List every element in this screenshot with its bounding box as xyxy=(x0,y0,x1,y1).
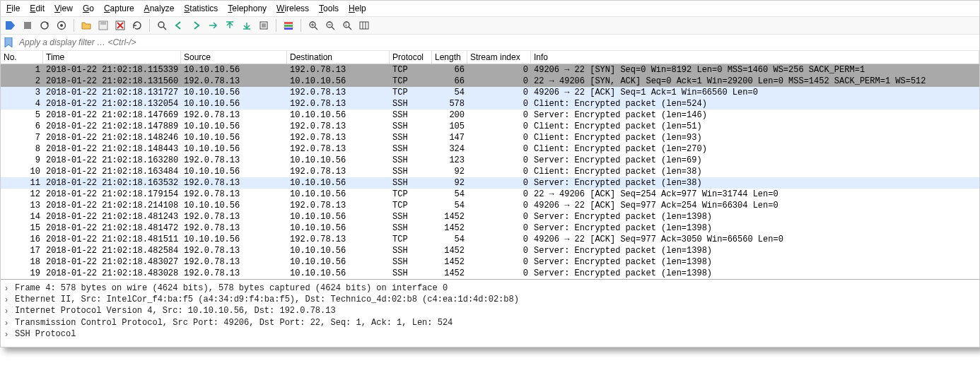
resize-columns-icon[interactable] xyxy=(357,18,371,32)
zoom-reset-icon[interactable]: 1 xyxy=(340,18,354,32)
cell-len: 1452 xyxy=(432,256,467,268)
menu-tools[interactable]: Tools xyxy=(319,4,339,13)
cell-dest: 192.0.78.13 xyxy=(287,200,390,211)
packet-row[interactable]: 52018-01-22 21:02:18.147669192.0.78.1310… xyxy=(1,109,979,121)
cell-proto: SSH xyxy=(390,155,432,166)
packet-row[interactable]: 122018-01-22 21:02:18.179154192.0.78.131… xyxy=(1,189,979,200)
go-back-icon[interactable] xyxy=(172,18,186,32)
cell-len: 54 xyxy=(432,200,467,211)
col-header-stream[interactable]: Stream index xyxy=(467,51,531,64)
menu-analyze[interactable]: Analyze xyxy=(144,4,175,13)
start-capture-icon[interactable] xyxy=(4,18,18,32)
packet-row[interactable]: 102018-01-22 21:02:18.16348410.10.10.561… xyxy=(1,166,979,177)
detail-row[interactable]: ›Ethernet II, Src: IntelCor_f4:ba:f5 (a4… xyxy=(5,294,975,305)
cell-stream: 0 xyxy=(467,177,531,189)
packet-row[interactable]: 82018-01-22 21:02:18.14844310.10.10.5619… xyxy=(1,143,979,155)
cell-dest: 10.10.10.56 xyxy=(287,245,390,256)
packet-row[interactable]: 162018-01-22 21:02:18.48151110.10.10.561… xyxy=(1,234,979,245)
go-first-icon[interactable] xyxy=(223,18,237,32)
detail-row[interactable]: ›Transmission Control Protocol, Src Port… xyxy=(5,317,975,328)
col-header-no[interactable]: No. xyxy=(1,51,43,64)
col-header-proto[interactable]: Protocol xyxy=(390,51,432,64)
menu-go[interactable]: Go xyxy=(83,4,94,13)
bookmark-icon[interactable] xyxy=(4,37,13,47)
col-header-dest[interactable]: Destination xyxy=(287,51,390,64)
menu-telephony[interactable]: Telephony xyxy=(228,4,267,13)
menu-capture[interactable]: Capture xyxy=(104,4,134,13)
go-last-icon[interactable] xyxy=(240,18,254,32)
packet-row[interactable]: 72018-01-22 21:02:18.14824610.10.10.5619… xyxy=(1,132,979,143)
cell-time: 2018-01-22 21:02:18.481511 xyxy=(43,234,181,245)
packet-row[interactable]: 112018-01-22 21:02:18.163532192.0.78.131… xyxy=(1,177,979,189)
menu-help[interactable]: Help xyxy=(349,4,366,13)
cell-dest: 10.10.10.56 xyxy=(287,222,390,234)
col-header-info[interactable]: Info xyxy=(531,51,979,64)
detail-row[interactable]: ›Internet Protocol Version 4, Src: 10.10… xyxy=(5,305,975,316)
cell-time: 2018-01-22 21:02:18.163484 xyxy=(43,166,181,177)
expand-icon[interactable]: › xyxy=(5,294,13,305)
expand-icon[interactable]: › xyxy=(5,283,13,294)
packet-row[interactable]: 142018-01-22 21:02:18.481243192.0.78.131… xyxy=(1,211,979,222)
packet-row[interactable]: 32018-01-22 21:02:18.13172710.10.10.5619… xyxy=(1,87,979,98)
capture-options-icon[interactable] xyxy=(54,18,69,32)
packet-row[interactable]: 12018-01-22 21:02:18.11533910.10.10.5619… xyxy=(1,64,979,76)
go-to-packet-icon[interactable] xyxy=(206,18,220,32)
svg-rect-16 xyxy=(284,25,293,27)
open-file-icon[interactable] xyxy=(79,18,93,32)
detail-row[interactable]: ›Frame 4: 578 bytes on wire (4624 bits),… xyxy=(5,283,975,294)
packet-row[interactable]: 22018-01-22 21:02:18.131560192.0.78.1310… xyxy=(1,76,979,87)
go-forward-icon[interactable] xyxy=(189,18,203,32)
restart-capture-icon[interactable] xyxy=(37,18,52,32)
menu-statistics[interactable]: Statistics xyxy=(184,4,218,13)
menu-view[interactable]: View xyxy=(54,4,73,13)
expand-icon[interactable]: › xyxy=(5,305,13,316)
menu-edit[interactable]: Edit xyxy=(30,4,45,13)
col-header-len[interactable]: Length xyxy=(432,51,467,64)
svg-point-7 xyxy=(158,22,164,28)
packet-list[interactable]: No. Time Source Destination Protocol Len… xyxy=(1,51,979,279)
display-filter-input[interactable] xyxy=(16,36,976,49)
col-header-source[interactable]: Source xyxy=(181,51,287,64)
cell-len: 147 xyxy=(432,132,467,143)
colorize-icon[interactable] xyxy=(281,18,296,32)
menu-wireless[interactable]: Wireless xyxy=(276,4,309,13)
packet-row[interactable]: 182018-01-22 21:02:18.483027192.0.78.131… xyxy=(1,256,979,268)
menu-file[interactable]: File xyxy=(6,4,20,13)
packet-row[interactable]: 92018-01-22 21:02:18.163280192.0.78.1310… xyxy=(1,155,979,166)
cell-time: 2018-01-22 21:02:18.132054 xyxy=(43,98,181,109)
packet-row[interactable]: 42018-01-22 21:02:18.13205410.10.10.5619… xyxy=(1,98,979,109)
cell-dest: 192.0.78.13 xyxy=(287,132,390,143)
cell-time: 2018-01-22 21:02:18.147889 xyxy=(43,121,181,132)
menu-bar: FileEditViewGoCaptureAnalyzeStatisticsTe… xyxy=(1,1,979,17)
packet-details-pane[interactable]: ›Frame 4: 578 bytes on wire (4624 bits),… xyxy=(1,279,979,347)
packet-row[interactable]: 152018-01-22 21:02:18.481472192.0.78.131… xyxy=(1,222,979,234)
zoom-out-icon[interactable] xyxy=(323,18,337,32)
find-packet-icon[interactable] xyxy=(155,18,169,32)
cell-dest: 10.10.10.56 xyxy=(287,76,390,87)
cell-dest: 10.10.10.56 xyxy=(287,189,390,200)
stop-capture-icon[interactable] xyxy=(21,18,35,32)
cell-dest: 192.0.78.13 xyxy=(287,87,390,98)
toolbar-separator xyxy=(74,19,74,32)
packet-row[interactable]: 62018-01-22 21:02:18.14788910.10.10.5619… xyxy=(1,121,979,132)
detail-row[interactable]: ›SSH Protocol xyxy=(5,328,975,340)
packet-list-header[interactable]: No. Time Source Destination Protocol Len… xyxy=(1,51,979,64)
packet-row[interactable]: 192018-01-22 21:02:18.483028192.0.78.131… xyxy=(1,268,979,279)
expand-icon[interactable]: › xyxy=(5,317,13,328)
cell-info: 49206 → 22 [ACK] Seq=977 Ack=3050 Win=66… xyxy=(531,234,979,245)
auto-scroll-icon[interactable] xyxy=(257,18,271,32)
col-header-time[interactable]: Time xyxy=(43,51,181,64)
zoom-in-icon[interactable] xyxy=(306,18,320,32)
cell-stream: 0 xyxy=(467,109,531,121)
packet-row[interactable]: 172018-01-22 21:02:18.482584192.0.78.131… xyxy=(1,245,979,256)
cell-time: 2018-01-22 21:02:18.214108 xyxy=(43,200,181,211)
cell-time: 2018-01-22 21:02:18.131560 xyxy=(43,76,181,87)
cell-source: 10.10.10.56 xyxy=(181,64,287,76)
packet-row[interactable]: 132018-01-22 21:02:18.21410810.10.10.561… xyxy=(1,200,979,211)
cell-proto: SSH xyxy=(390,256,432,268)
save-file-icon[interactable] xyxy=(96,18,110,32)
reload-icon[interactable] xyxy=(130,18,144,32)
expand-icon[interactable]: › xyxy=(5,328,13,340)
toolbar-separator xyxy=(276,19,276,32)
close-file-icon[interactable] xyxy=(113,18,127,32)
